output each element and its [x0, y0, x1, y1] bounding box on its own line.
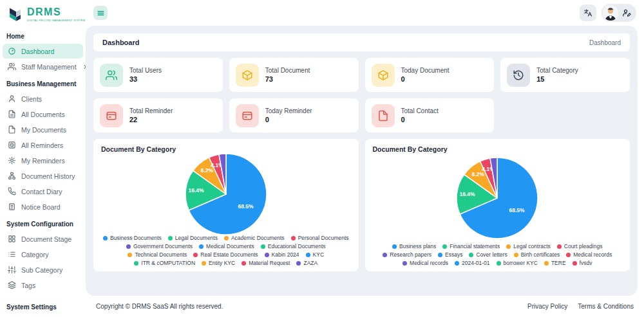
sidebar-item-label: Clients [21, 95, 42, 103]
stat-value: 73 [265, 75, 310, 83]
legend-item[interactable]: Academic Documents [224, 235, 285, 241]
sidebar-item-tags[interactable]: Tags [3, 278, 83, 293]
legend-label: Technical Documents [135, 251, 187, 258]
stat-icon-box [100, 104, 123, 127]
sidebar-bottom-label: System Settings [0, 297, 86, 317]
profile-menu[interactable] [601, 4, 636, 22]
sidebar-toggle-button[interactable] [93, 6, 108, 20]
legend-item[interactable]: Research papers [383, 251, 431, 258]
legend-item[interactable]: Birth certificates [514, 251, 560, 258]
legend-item[interactable]: ZAZA [296, 260, 317, 266]
legend-item[interactable]: 2024-01-01 [455, 260, 489, 266]
legend-dot [557, 244, 562, 249]
stat-value: 0 [401, 75, 450, 83]
stat-label: Total Document [265, 67, 310, 74]
legend-item[interactable]: Personal Documents [291, 235, 349, 241]
sidebar-item-all-documents[interactable]: All Documents [3, 107, 83, 122]
legend-item[interactable]: Medical Documents [199, 243, 254, 249]
grid-icon [8, 235, 16, 243]
legend-item[interactable]: Technical Documents [128, 251, 187, 258]
legend-item[interactable]: Financial statements [442, 243, 500, 249]
user-avatar[interactable] [603, 5, 618, 21]
legend-item[interactable]: KYC [306, 251, 324, 258]
stat-text: Today Document0 [401, 67, 450, 83]
phone-icon [8, 187, 16, 195]
sidebar-item-all-reminders[interactable]: All Reminders [3, 138, 83, 152]
alarm-icon [8, 141, 16, 149]
sidebar-item-document-stage[interactable]: Document Stage [3, 231, 83, 246]
sidebar-item-notice-board[interactable]: Notice Board [3, 199, 83, 214]
sidebar-item-label: Category [21, 251, 49, 258]
legend-item[interactable]: Cover letters [469, 251, 507, 258]
reminder-card-icon [242, 110, 253, 122]
pie-wrap: 68.5%16.4%8.2%4.1% [101, 153, 351, 235]
users-icon [106, 69, 117, 81]
pie-slice-label: 8.2% [472, 171, 485, 177]
sidebar-item-label: Document Stage [21, 235, 71, 243]
board-icon [8, 203, 16, 211]
legend-item[interactable]: borrower KYC [497, 260, 538, 266]
legend-item[interactable]: Medical records [566, 251, 612, 258]
legend-label: Research papers [390, 251, 431, 258]
sidebar-item-dashboard[interactable]: Dashboard [3, 44, 83, 59]
breadcrumb: Dashboard [589, 39, 621, 46]
legend-dot [506, 244, 511, 249]
sidebar-item-document-history[interactable]: Document History [3, 168, 83, 183]
legend-item[interactable]: TERE [544, 260, 566, 266]
legend-dot [103, 236, 108, 240]
legend-item[interactable]: Material Request [242, 260, 290, 266]
legend-item[interactable]: Legal Documents [168, 235, 218, 241]
sidebar-item-label: Staff Management [21, 63, 77, 71]
legend-item[interactable]: Business Documents [103, 235, 162, 241]
staff-icon [8, 62, 16, 71]
legend-item[interactable]: Entity KYC [202, 260, 235, 266]
sidebar-item-my-documents[interactable]: My Documents [3, 122, 83, 137]
legend-dot [392, 244, 397, 249]
legend-label: Personal Documents [298, 235, 349, 241]
legend-label: Legal contracts [513, 243, 551, 249]
legend-item[interactable]: Legal contracts [506, 243, 551, 249]
stat-icon-box [507, 64, 530, 87]
stat-card-today-document: Today Document0 [365, 58, 495, 92]
legend-item[interactable]: Business plans [392, 243, 436, 249]
legend-label: Cover letters [476, 251, 507, 258]
stat-value: 0 [401, 116, 439, 123]
sidebar-item-contact-diary[interactable]: Contact Diary [3, 184, 83, 199]
sidebar-item-staff-management[interactable]: Staff Management [3, 59, 83, 74]
legend-label: Kabin 2024 [272, 251, 299, 258]
stat-text: Total Users33 [129, 67, 162, 83]
legend-label: ZAZA [303, 260, 317, 266]
terms-link[interactable]: Terms & Conditions [578, 303, 634, 310]
legend-item[interactable]: ITR & cOMPUTATION [134, 260, 195, 266]
legend-label: Material Request [249, 260, 290, 266]
legend-item[interactable]: fvsdv [573, 260, 592, 266]
app-logo[interactable]: DRMS DIGITAL RECORD MANAGEMENT SYSTEM [0, 0, 86, 27]
sidebar-item-my-reminders[interactable]: My Reminders [3, 153, 83, 168]
legend-label: Business plans [399, 243, 436, 249]
language-button[interactable] [580, 5, 596, 21]
privacy-policy-link[interactable]: Privacy Policy [527, 303, 567, 310]
stats-grid: Total Users33Total Document73Today Docum… [93, 58, 630, 132]
stat-icon-box [372, 64, 395, 87]
legend-dot [442, 244, 447, 249]
legend-item[interactable]: Government Documents [126, 243, 193, 249]
legend-dot [128, 253, 132, 257]
sidebar-item-clients[interactable]: Clients [3, 91, 83, 106]
sidebar-item-label: Dashboard [21, 48, 54, 55]
legend-item[interactable]: Medical records [402, 260, 448, 266]
legend-item[interactable]: Real Estate Documents [193, 251, 258, 258]
legend-dot [497, 261, 501, 266]
legend-item[interactable]: Educational Documents [261, 243, 326, 249]
history-clock-icon [513, 69, 524, 81]
legend-item[interactable]: Kabin 2024 [265, 251, 299, 258]
sidebar-item-sub-category[interactable]: Sub Category [3, 262, 83, 277]
legend-item[interactable]: Court pleadings [557, 243, 603, 249]
legend-item[interactable]: Essays [438, 251, 462, 258]
stat-icon-box [372, 104, 395, 127]
sidebar-item-category[interactable]: Category [3, 247, 83, 262]
chart-legend: Business DocumentsLegal DocumentsAcademi… [101, 235, 351, 266]
legend-dot [242, 261, 246, 266]
stat-card-total-document: Total Document73 [229, 58, 359, 92]
user-edit-icon[interactable] [622, 8, 631, 17]
sidebar-nav: HomeDashboardStaff ManagementBusiness Ma… [0, 27, 86, 297]
